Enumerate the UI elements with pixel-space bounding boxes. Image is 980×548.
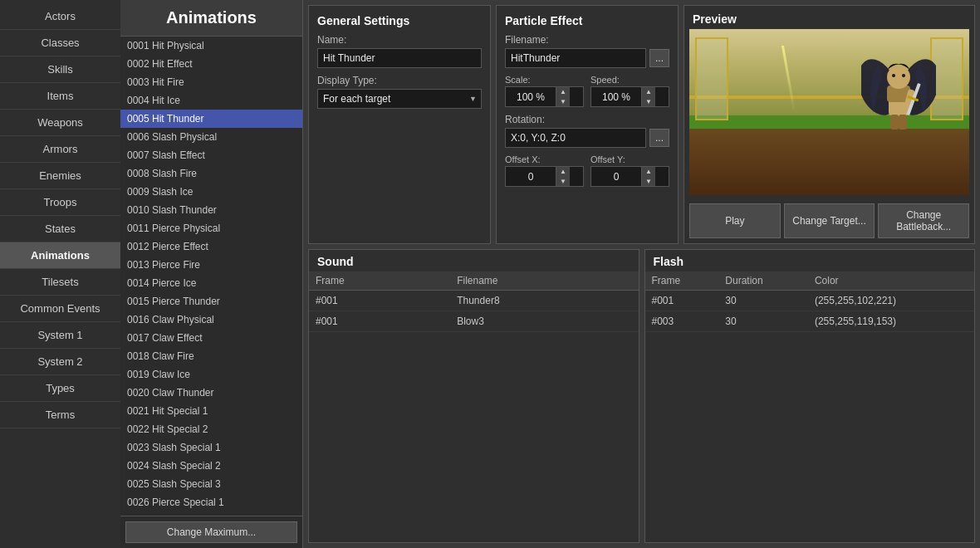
flash-table-scroll[interactable]: Frame Duration Color #00130(255,255,102,… [645,272,975,542]
sidebar-item-states[interactable]: States [0,216,120,242]
scale-group: Scale: ▲ ▼ [505,75,584,107]
svg-rect-8 [899,115,907,130]
filename-label: Filename: [505,34,669,46]
sound-table: Frame Filename #001Thunder8#001Blow3 [309,272,639,332]
sidebar-item-troops[interactable]: Troops [0,189,120,216]
sidebar-item-armors[interactable]: Armors [0,136,120,163]
list-item-0006[interactable]: 0006 Slash Physical [120,128,302,146]
svg-point-5 [892,74,895,77]
sound-table-body: #001Thunder8#001Blow3 [309,291,639,332]
sidebar-item-system1[interactable]: System 1 [0,322,120,349]
filename-dots-button[interactable]: ... [649,49,669,67]
list-item-0014[interactable]: 0014 Pierce Ice [120,274,302,292]
offset-y-input[interactable] [591,169,641,185]
preview-buttons: Play Change Target... Change Battleback.… [684,200,974,243]
offset-x-down-button[interactable]: ▼ [556,177,570,187]
list-item-0025[interactable]: 0025 Slash Special 3 [120,475,302,493]
sidebar-item-skills[interactable]: Skills [0,56,120,83]
flash-cell-duration: 30 [718,291,808,311]
offset-x-label: Offset X: [505,154,584,164]
offset-x-buttons: ▲ ▼ [556,167,570,186]
list-item-0005[interactable]: 0005 Hit Thunder [120,110,302,128]
offset-y-up-button[interactable]: ▲ [641,167,655,177]
character-svg [861,46,936,137]
preview-panel: Preview [684,5,975,244]
list-item-0021[interactable]: 0021 Hit Special 1 [120,402,302,420]
list-item-0019[interactable]: 0019 Claw Ice [120,365,302,384]
sidebar: ActorsClassesSkillsItemsWeaponsArmorsEne… [0,0,120,548]
offset-y-group: Offset Y: ▲ ▼ [590,154,669,187]
list-panel: Animations 0001 Hit Physical0002 Hit Eff… [120,0,303,548]
sidebar-item-types[interactable]: Types [0,375,120,402]
offset-y-buttons: ▲ ▼ [641,167,655,186]
list-item-0024[interactable]: 0024 Slash Special 2 [120,457,302,475]
rotation-dots-button[interactable]: ... [649,129,669,147]
sidebar-item-system2[interactable]: System 2 [0,349,120,375]
flash-col-color: Color [808,272,974,291]
table-row[interactable]: #00330(255,255,119,153) [645,311,975,332]
speed-group: Speed: ▲ ▼ [590,75,669,107]
offset-x-up-button[interactable]: ▲ [556,167,570,177]
sound-cell-frame: #001 [309,311,450,332]
scale-input[interactable] [506,89,556,105]
sound-cell-filename: Blow3 [450,311,638,332]
sidebar-item-enemies[interactable]: Enemies [0,163,120,189]
list-item-0022[interactable]: 0022 Hit Special 2 [120,420,302,438]
list-scroll[interactable]: 0001 Hit Physical0002 Hit Effect0003 Hit… [120,37,302,516]
sidebar-item-actors[interactable]: Actors [0,3,120,30]
sidebar-item-tilesets[interactable]: Tilesets [0,269,120,296]
speed-label: Speed: [590,75,669,85]
speed-up-button[interactable]: ▲ [641,87,655,97]
top-row: General Settings Name: Display Type: For… [303,0,980,249]
list-item-0026[interactable]: 0026 Pierce Special 1 [120,493,302,511]
sound-table-scroll[interactable]: Frame Filename #001Thunder8#001Blow3 [309,272,639,542]
rotation-input[interactable] [505,128,646,148]
list-item-0016[interactable]: 0016 Claw Physical [120,311,302,329]
flash-cell-frame: #001 [645,291,719,311]
list-item-0003[interactable]: 0003 Hit Fire [120,73,302,91]
sidebar-item-animations[interactable]: Animations [0,242,120,269]
sidebar-item-terms[interactable]: Terms [0,402,120,428]
sidebar-item-items[interactable]: Items [0,83,120,110]
speed-input[interactable] [591,89,641,105]
preview-canvas [689,29,969,195]
flash-cell-frame: #003 [645,311,719,332]
list-item-0010[interactable]: 0010 Slash Thunder [120,201,302,219]
list-item-0008[interactable]: 0008 Slash Fire [120,164,302,183]
list-item-0007[interactable]: 0007 Slash Effect [120,146,302,164]
list-item-0001[interactable]: 0001 Hit Physical [120,37,302,55]
list-item-0020[interactable]: 0020 Claw Thunder [120,384,302,402]
offset-y-down-button[interactable]: ▼ [641,177,655,187]
offset-x-input[interactable] [506,169,556,185]
change-maximum-button[interactable]: Change Maximum... [125,521,297,543]
sidebar-item-classes[interactable]: Classes [0,30,120,56]
list-item-0011[interactable]: 0011 Pierce Physical [120,219,302,237]
table-row[interactable]: #001Blow3 [309,311,639,332]
sidebar-item-common-events[interactable]: Common Events [0,296,120,322]
filename-input[interactable] [505,48,646,68]
sidebar-item-weapons[interactable]: Weapons [0,110,120,136]
scale-spinner: ▲ ▼ [505,86,584,107]
scale-up-button[interactable]: ▲ [556,87,570,97]
play-button[interactable]: Play [689,203,781,238]
speed-down-button[interactable]: ▼ [641,97,655,107]
sound-col-filename: Filename [450,272,638,291]
list-item-0002[interactable]: 0002 Hit Effect [120,55,302,73]
list-item-0015[interactable]: 0015 Pierce Thunder [120,292,302,311]
table-row[interactable]: #00130(255,255,102,221) [645,291,975,311]
list-item-0012[interactable]: 0012 Pierce Effect [120,237,302,256]
name-input[interactable] [317,48,482,68]
table-row[interactable]: #001Thunder8 [309,291,639,311]
change-target-button[interactable]: Change Target... [784,203,875,238]
flash-cell-duration: 30 [718,311,808,332]
list-item-0004[interactable]: 0004 Hit Ice [120,91,302,110]
svg-point-4 [887,66,910,89]
list-item-0017[interactable]: 0017 Claw Effect [120,329,302,347]
scale-down-button[interactable]: ▼ [556,97,570,107]
list-item-0013[interactable]: 0013 Pierce Fire [120,256,302,274]
change-battleback-button[interactable]: Change Battleback... [878,203,969,238]
list-item-0009[interactable]: 0009 Slash Ice [120,183,302,201]
list-item-0018[interactable]: 0018 Claw Fire [120,347,302,365]
list-item-0023[interactable]: 0023 Slash Special 1 [120,438,302,457]
display-type-select[interactable]: For each targetFor whole targetFor whole… [317,89,482,109]
